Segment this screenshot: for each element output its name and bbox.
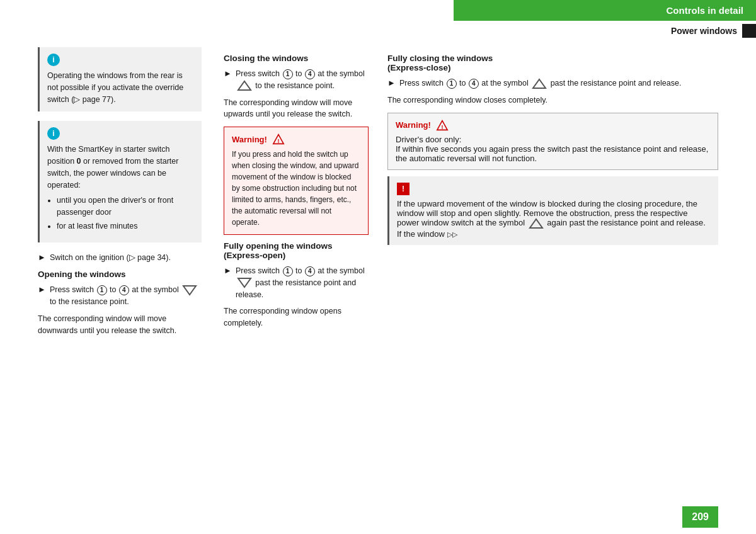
fully-open-content: Press switch 1 to 4 at the symbol past t… [236, 265, 369, 300]
closing-content: Press switch 1 to 4 at the symbol to the… [236, 68, 369, 92]
info-box-2: i With the SmartKey in starter switch po… [38, 121, 202, 242]
svg-text:!: ! [277, 138, 279, 144]
fully-close-num-1: 1 [447, 79, 457, 89]
svg-marker-8 [530, 219, 542, 228]
svg-text:!: ! [441, 123, 443, 130]
switch-ignition-item: ► Switch on the ignition (▷ page 34). [38, 252, 202, 264]
power-windows-label: Power windows [671, 26, 737, 36]
warning-box-closing: Warning! ! If you press and hold the swi… [224, 127, 369, 235]
closing-num-4: 4 [305, 69, 315, 79]
svg-marker-5 [533, 79, 546, 88]
opening-sub-text: The corresponding window will move downw… [38, 313, 202, 337]
bullet-item-2: for at least five minutes [57, 220, 194, 232]
col-right: Fully closing the windows (Express-close… [378, 47, 718, 487]
warning-title-gray: Warning! ! [396, 120, 710, 131]
warning-label-closing: Warning! [232, 135, 267, 144]
svg-marker-1 [238, 81, 251, 90]
fully-close-arrow-item: ► Press switch 1 to 4 at the symbol past… [387, 77, 718, 89]
fully-open-heading: Fully opening the windows (Express-open) [224, 241, 369, 260]
col-middle: Closing the windows ► Press switch 1 to … [214, 47, 378, 487]
info-icon-2: i [47, 127, 60, 140]
fully-open-heading-text: Fully opening the windows [224, 241, 333, 251]
opening-content: Press switch 1 to 4 at the symbol to the… [50, 284, 202, 308]
fully-open-sub: The corresponding window opens completel… [224, 305, 369, 329]
arrow-bullet-fully-open: ► [224, 266, 232, 275]
down-arrow-icon-open [237, 277, 252, 288]
up-arrow-icon-fully-close [532, 78, 547, 89]
warning-box-gray: Warning! ! Driver's door only: If within… [387, 113, 718, 170]
fully-close-subheading: (Express-close) [387, 63, 451, 72]
bullet-item-1: until you open the driver's or front pas… [57, 195, 194, 219]
section-marker [742, 24, 756, 38]
opening-arrow-item: ► Press switch 1 to 4 at the symbol to t… [38, 284, 202, 308]
info-box-2-list: until you open the driver's or front pas… [57, 195, 194, 232]
svg-marker-0 [183, 286, 196, 295]
arrow-bullet-fully-close: ► [387, 78, 396, 88]
info-box-2-text: With the SmartKey in starter switch posi… [47, 144, 194, 191]
warning-triangle-icon-closing: ! [272, 134, 285, 145]
fully-close-sub: The corresponding window closes complete… [387, 94, 718, 106]
main-content: i Operating the windows from the rear is… [0, 47, 756, 500]
caution-icon: ! [397, 183, 410, 195]
down-arrow-icon [182, 285, 197, 296]
warning-text-closing: If you press and hold the switch up when… [232, 149, 360, 228]
caution-box: ! If the upward movement of the window i… [387, 176, 718, 245]
switch-ignition-text: Switch on the ignition (▷ page 34). [50, 252, 171, 264]
page-number-container: 209 [0, 500, 756, 534]
info-box-1: i Operating the windows from the rear is… [38, 47, 202, 111]
fully-open-num-1: 1 [283, 266, 293, 276]
arrow-bullet-opening: ► [38, 285, 46, 294]
page-container: Controls in detail Power windows i Opera… [0, 0, 756, 534]
power-windows-bar: Power windows [454, 21, 756, 41]
arrow-bullet-closing: ► [224, 69, 232, 78]
up-arrow-icon-close [237, 80, 252, 91]
opening-heading: Opening the windows [38, 270, 202, 279]
fully-close-heading-text: Fully closing the windows [387, 54, 493, 63]
fully-open-num-4: 4 [305, 266, 315, 276]
warning-title-closing: Warning! ! [232, 134, 360, 145]
fully-close-num-4: 4 [469, 79, 479, 89]
fully-open-subheading: (Express-open) [224, 251, 285, 260]
warning-triangle-icon-gray: ! [436, 120, 449, 131]
svg-marker-4 [238, 278, 251, 287]
info-box-1-text: Operating the windows from the rear is n… [47, 70, 194, 105]
page-number: 209 [682, 506, 718, 528]
opening-num-1: 1 [97, 285, 107, 295]
controls-title: Controls in detail [666, 5, 743, 16]
closing-arrow-item: ► Press switch 1 to 4 at the symbol to t… [224, 68, 369, 92]
controls-title-bar: Controls in detail [454, 0, 756, 21]
dbl-arrow: ▷▷ [447, 230, 457, 238]
fully-open-arrow-item: ► Press switch 1 to 4 at the symbol past… [224, 265, 369, 300]
closing-num-1: 1 [283, 69, 293, 79]
up-arrow-icon-caution [529, 218, 544, 229]
warning-text-gray: Driver's door only: If within five secon… [396, 135, 710, 163]
fully-close-content: Press switch 1 to 4 at the symbol past t… [399, 77, 682, 89]
info-icon-1: i [47, 54, 60, 66]
header-section: Controls in detail Power windows [0, 0, 756, 41]
caution-text: If the upward movement of the window is … [397, 199, 711, 239]
arrow-bullet-ignition: ► [38, 253, 46, 262]
header-right: Controls in detail Power windows [454, 0, 756, 41]
opening-num-4: 4 [119, 285, 129, 295]
closing-sub-text: The corresponding window will move upwar… [224, 97, 369, 121]
warning-label-gray: Warning! [396, 120, 431, 130]
closing-heading: Closing the windows [224, 54, 369, 63]
fully-close-heading: Fully closing the windows (Express-close… [387, 54, 718, 72]
col-left: i Operating the windows from the rear is… [38, 47, 214, 487]
